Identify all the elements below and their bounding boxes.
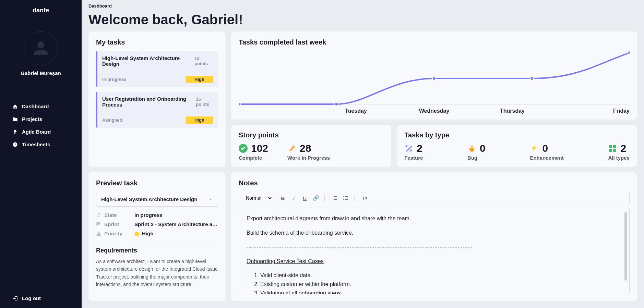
nav-dashboard[interactable]: Dashboard (8, 100, 73, 113)
list-item: Validation at all onboarding steps. (260, 289, 622, 294)
ordered-list-button[interactable] (332, 195, 338, 201)
card-title: Notes (239, 179, 630, 187)
task-item[interactable]: User Registration and Onboarding Process… (96, 92, 218, 128)
note-separator: ----------------------------------------… (247, 243, 622, 251)
sidebar: dante Gabriel Mureșan Dashboard Projects… (0, 0, 82, 308)
main: Dashboard Welcome back, Gabriel! My task… (82, 0, 644, 308)
stat-value: 2 (417, 143, 422, 154)
notes-card: Notes Normal B I U 🔗 Tx (231, 172, 637, 301)
stat-enhancement: 0 Enhancement (530, 143, 563, 161)
format-select[interactable]: Normal (245, 195, 273, 201)
task-name: High-Level System Architecture Design (102, 55, 194, 67)
editor-toolbar: Normal B I U 🔗 Tx (239, 192, 630, 204)
note-list: Valid client-side data. Existing custome… (247, 271, 622, 294)
requirements-body: As a software architect, I want to creat… (96, 258, 218, 294)
stat-value: 102 (251, 143, 268, 154)
meta-priority: Priority High (96, 231, 218, 236)
stat-value: 0 (480, 143, 486, 154)
stat-value: 28 (300, 143, 311, 154)
my-tasks-card: My tasks High-Level System Architecture … (88, 32, 226, 167)
meta-value: In progress (134, 212, 218, 218)
meta-state: State In progress (96, 212, 218, 218)
stat-value: 2 (620, 143, 626, 154)
tasks-by-type-card: Tasks by type 2 Feature 0 Bug 0 Enhancem (397, 125, 637, 167)
home-icon (12, 104, 18, 109)
svg-point-5 (530, 77, 534, 80)
nav-timesheets[interactable]: Timesheets (8, 138, 73, 151)
svg-point-2 (239, 102, 240, 106)
stat-label: Work In Progress (287, 155, 330, 161)
breadcrumb: Dashboard (88, 3, 637, 9)
bug-icon (467, 144, 476, 153)
task-state: In progress (102, 77, 127, 82)
meta-value: High (134, 231, 218, 236)
brand-logo: dante (0, 7, 82, 14)
bolt-icon (530, 144, 539, 153)
note-heading: Onboarding Service Test Cases (247, 257, 622, 266)
profile: Gabriel Mureșan (0, 31, 82, 76)
nav: Dashboard Projects Agile Board Timesheet… (0, 100, 82, 289)
user-icon (33, 40, 49, 57)
stat-label: Feature (404, 155, 423, 161)
card-title: Tasks completed last week (239, 38, 630, 46)
list-item: Valid client-side data. (260, 271, 622, 280)
stat-feature: 2 Feature (404, 143, 423, 161)
task-state: Assigned (102, 118, 122, 123)
stat-wip: 28 Work In Progress (287, 143, 330, 161)
task-name: User Registration and Onboarding Process (102, 96, 196, 108)
check-icon (239, 144, 248, 153)
link-button[interactable]: 🔗 (313, 195, 319, 201)
tools-icon (404, 144, 413, 153)
card-title: Story points (239, 131, 384, 139)
italic-button[interactable]: I (291, 195, 297, 201)
card-title: Preview task (96, 179, 218, 187)
svg-point-6 (628, 51, 630, 54)
task-points: 16 points (196, 97, 213, 107)
unordered-list-button[interactable] (343, 195, 349, 201)
svg-rect-11 (613, 149, 616, 152)
grid-icon (608, 144, 617, 153)
nav-agile[interactable]: Agile Board (8, 125, 73, 138)
stat-value: 0 (542, 143, 548, 154)
warning-icon (96, 231, 102, 236)
page-title: Welcome back, Gabriel! (88, 12, 637, 27)
requirements-title: Requirements (96, 247, 218, 254)
svg-point-12 (343, 196, 344, 197)
nav-projects[interactable]: Projects (8, 113, 73, 125)
rocket-icon (12, 129, 18, 135)
logout-label: Log out (22, 295, 41, 301)
stat-label: Enhancement (530, 155, 563, 161)
svg-point-13 (343, 198, 344, 199)
bold-button[interactable]: B (280, 195, 286, 201)
clock-icon (12, 142, 18, 147)
meta-sprint: Sprint Sprint 2 - System Architecture an… (96, 221, 218, 227)
stat-label: All types (608, 155, 630, 161)
nav-label: Timesheets (22, 141, 50, 147)
line-chart: Monday Tuesday Wednesday Thursday Friday (239, 51, 630, 113)
chevron-down-icon (208, 197, 213, 202)
underline-button[interactable]: U (302, 195, 308, 201)
story-points-card: Story points 102 Complete (231, 125, 391, 167)
list-item: Existing customer within the platform. (260, 280, 622, 289)
note-line: Export architectural diagrams from draw.… (247, 214, 622, 223)
svg-rect-8 (609, 145, 612, 148)
card-title: Tasks by type (404, 131, 630, 139)
chart-axis-labels: Monday Tuesday Wednesday Thursday Friday (239, 108, 630, 114)
card-title: My tasks (96, 38, 218, 46)
logout-button[interactable]: Log out (0, 289, 82, 301)
flag-icon (96, 222, 102, 227)
task-item[interactable]: High-Level System Architecture Design 12… (96, 51, 218, 87)
scrollbar[interactable] (624, 212, 627, 281)
preview-task-card: Preview task High-Level System Architect… (88, 172, 226, 301)
username: Gabriel Mureșan (21, 70, 61, 76)
clear-format-button[interactable]: Tx (361, 195, 368, 201)
stat-label: Complete (239, 155, 268, 161)
notes-editor[interactable]: Export architectural diagrams from draw.… (239, 208, 630, 294)
task-priority: High (186, 76, 213, 83)
avatar[interactable] (24, 31, 58, 65)
note-line: Build the schema of the onboarding servi… (247, 229, 622, 237)
task-priority: High (186, 116, 213, 124)
stat-bug: 0 Bug (467, 143, 486, 161)
task-select[interactable]: High-Level System Architecture Design (96, 192, 218, 207)
refresh-icon (96, 212, 102, 218)
